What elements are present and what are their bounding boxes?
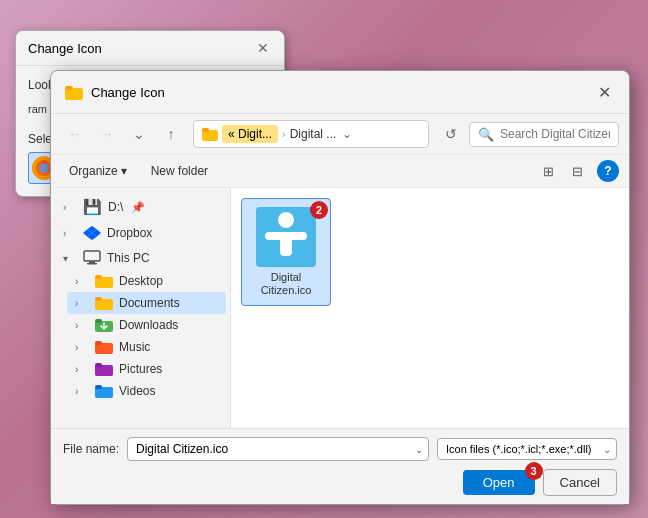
expand-arrow-music: › — [75, 342, 89, 353]
sidebar-item-music[interactable]: › Music — [67, 336, 226, 358]
sidebar-item-pictures[interactable]: › Pictures — [67, 358, 226, 380]
svg-point-2 — [39, 163, 49, 173]
search-box: 🔍 — [469, 122, 619, 147]
sidebar-label-downloads: Downloads — [119, 318, 178, 332]
inner-dialog-title: Change Icon — [91, 85, 165, 100]
sidebar-item-downloads[interactable]: › Downloads — [67, 314, 226, 336]
view-icons: ⊞ ⊟ ? — [535, 159, 619, 183]
svg-rect-25 — [95, 363, 102, 367]
expand-arrow-d: › — [63, 202, 77, 213]
file-name-text: Digital Citizen.ico — [246, 271, 326, 297]
dc-ico-preview — [256, 207, 316, 267]
expand-arrow-dropbox: › — [63, 228, 77, 239]
refresh-button[interactable]: ↺ — [437, 120, 465, 148]
expand-arrow-pc: ▾ — [63, 253, 77, 264]
filetype-select-wrap: Icon files (*.ico;*.icl;*.exe;*.dll) ⌄ — [437, 438, 617, 460]
filename-input[interactable] — [127, 437, 429, 461]
music-folder-icon — [95, 340, 113, 354]
svg-rect-13 — [84, 251, 100, 261]
dropdown-button[interactable]: ⌄ — [125, 120, 153, 148]
filetype-select[interactable]: Icon files (*.ico;*.icl;*.exe;*.dll) — [437, 438, 617, 460]
svg-rect-23 — [95, 341, 102, 345]
view-columns-button[interactable]: ⊟ — [564, 159, 590, 183]
dropbox-icon — [83, 224, 101, 242]
file-area: 2 Digital Citizen.ico — [231, 188, 629, 428]
this-pc-icon — [83, 250, 101, 266]
filetype-dropdown-arrow[interactable]: ⌄ — [603, 444, 611, 455]
sidebar-item-documents[interactable]: › Documents — [67, 292, 226, 314]
sidebar-item-dropbox[interactable]: › Dropbox — [55, 220, 226, 246]
open-badge: 3 — [525, 462, 543, 480]
outer-title-bar: Change Icon ✕ — [16, 31, 284, 66]
filename-dropdown-arrow[interactable]: ⌄ — [415, 444, 423, 455]
expand-arrow-docs: › — [75, 298, 89, 309]
downloads-folder-icon — [95, 318, 113, 332]
breadcrumb-area[interactable]: « Digit... › Digital ... ⌄ — [193, 120, 429, 148]
expand-arrow-pictures: › — [75, 364, 89, 375]
file-badge: 2 — [310, 201, 328, 219]
cancel-button[interactable]: Cancel — [543, 469, 617, 496]
sidebar-label-pictures: Pictures — [119, 362, 162, 376]
breadcrumb-folder-text: « Digit... — [222, 125, 278, 143]
search-input[interactable] — [500, 127, 610, 141]
action-row: Open 3 Cancel — [63, 469, 617, 496]
expand-arrow-videos: › — [75, 386, 89, 397]
pictures-folder-icon — [95, 362, 113, 376]
title-left: Change Icon — [65, 84, 165, 100]
desktop-folder-icon — [95, 274, 113, 288]
svg-rect-8 — [202, 128, 209, 132]
breadcrumb-folder-icon — [202, 127, 218, 141]
sidebar-label-dropbox: Dropbox — [107, 226, 152, 240]
bottom-bar: File name: ⌄ Icon files (*.ico;*.icl;*.e… — [51, 428, 629, 504]
documents-folder-icon — [95, 296, 113, 310]
content-area: › 💾 D:\ 📌 › Dropbox ▾ — [51, 188, 629, 428]
view-grid-button[interactable]: ⊞ — [535, 159, 561, 183]
sidebar-label-videos: Videos — [119, 384, 155, 398]
toolbar-row: ← → ⌄ ↑ « Digit... › Digital ... ⌄ ↺ 🔍 — [51, 114, 629, 155]
forward-button[interactable]: → — [93, 120, 121, 148]
expand-arrow-downloads: › — [75, 320, 89, 331]
sidebar-label-desktop: Desktop — [119, 274, 163, 288]
breadcrumb-separator: › — [282, 128, 286, 140]
svg-rect-30 — [280, 232, 292, 256]
svg-rect-15 — [87, 263, 97, 265]
sidebar-item-videos[interactable]: › Videos — [67, 380, 226, 402]
dc-figure-svg — [261, 210, 311, 264]
svg-rect-6 — [65, 86, 73, 90]
svg-rect-14 — [89, 261, 95, 263]
back-button[interactable]: ← — [61, 120, 89, 148]
sidebar-item-desktop[interactable]: › Desktop — [67, 270, 226, 292]
sidebar-item-d-drive[interactable]: › 💾 D:\ 📌 — [55, 194, 226, 220]
pin-icon: 📌 — [131, 201, 145, 214]
help-button[interactable]: ? — [597, 160, 619, 182]
organize-arrow: ▾ — [121, 164, 127, 178]
organize-row: Organize ▾ New folder ⊞ ⊟ ? — [51, 155, 629, 188]
organize-label: Organize — [69, 164, 118, 178]
file-name-label: File name: — [63, 442, 119, 456]
folder-title-icon — [65, 84, 83, 100]
svg-rect-27 — [95, 385, 102, 389]
inner-change-icon-dialog: Change Icon ✕ ← → ⌄ ↑ « Digit... › Digit… — [50, 70, 630, 505]
outer-dialog-title: Change Icon — [28, 41, 102, 56]
sidebar-label-d: D:\ — [108, 200, 123, 214]
sidebar-label-documents: Documents — [119, 296, 180, 310]
sidebar-label-music: Music — [119, 340, 150, 354]
sidebar-label-pc: This PC — [107, 251, 150, 265]
organize-button[interactable]: Organize ▾ — [61, 161, 135, 181]
breadcrumb-dropdown-arrow[interactable]: ⌄ — [342, 127, 352, 141]
up-button[interactable]: ↑ — [157, 120, 185, 148]
outer-close-button[interactable]: ✕ — [254, 39, 272, 57]
inner-close-button[interactable]: ✕ — [593, 81, 615, 103]
svg-rect-19 — [95, 297, 102, 301]
new-folder-button[interactable]: New folder — [143, 161, 216, 181]
svg-point-28 — [278, 212, 294, 228]
svg-rect-21 — [95, 319, 102, 323]
open-button[interactable]: Open — [463, 470, 535, 495]
file-item-digital-citizen[interactable]: 2 Digital Citizen.ico — [241, 198, 331, 306]
sidebar-item-this-pc[interactable]: ▾ This PC — [55, 246, 226, 270]
videos-folder-icon — [95, 384, 113, 398]
open-btn-wrap: Open 3 — [463, 470, 535, 495]
drive-icon: 💾 — [83, 198, 102, 216]
inner-title-bar: Change Icon ✕ — [51, 71, 629, 114]
expand-arrow-desktop: › — [75, 276, 89, 287]
